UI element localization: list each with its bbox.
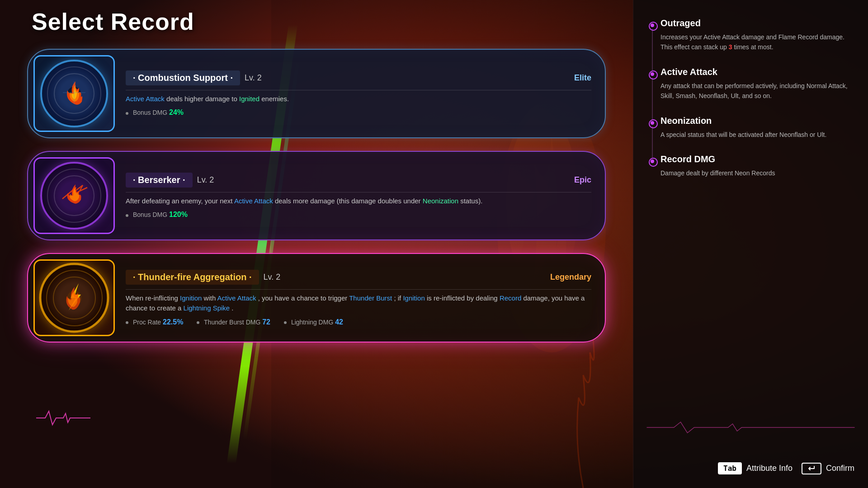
- card-desc-berserker: After defeating an enemy, your next Acti…: [126, 196, 591, 206]
- stat-thunder-burst-dmg: Thunder Burst DMG 72: [197, 318, 270, 326]
- stat-proc-rate: Proc Rate 22.5%: [126, 318, 183, 326]
- desc-thunder-4: ; if: [394, 294, 403, 302]
- divider-combustion: [126, 90, 591, 90]
- stat-value-lightning: 42: [335, 318, 343, 326]
- bottom-bar: Tab Attribute Info Confirm: [718, 462, 854, 474]
- attr-title-record: Record DMG: [660, 154, 854, 164]
- attr-desc-neonization: A special status that will be activated …: [660, 130, 854, 140]
- stat-dot-thunder: [197, 321, 199, 324]
- sidebar-heartbeat-container: [642, 418, 859, 438]
- attribute-active-attack: Active Attack Any attack that can be per…: [647, 67, 854, 101]
- attr-desc-outraged: Increases your Active Attack damage and …: [660, 32, 854, 52]
- card-content-combustion: · Combustion Support · Lv. 2 Elite Activ…: [126, 70, 591, 117]
- desc-berserker-3: status).: [460, 197, 482, 205]
- card-stats-combustion: Bonus DMG 24%: [126, 108, 591, 117]
- card-content-berserker: · Berserker · Lv. 2 Epic After defeating…: [126, 173, 591, 219]
- desc-text-1: deals higher damage to: [166, 95, 239, 103]
- card-icon-legendary: [33, 259, 115, 336]
- desc-active-attack-thunder: Active Attack: [217, 294, 256, 302]
- desc-thunder-1: When re-inflicting: [126, 294, 180, 302]
- attr-dot-record: [651, 160, 654, 163]
- card-level-berserker: Lv. 2: [197, 175, 214, 185]
- tab-attribute-label: Attribute Info: [746, 464, 793, 473]
- card-desc-thunder: When re-inflicting Ignition with Active …: [126, 293, 591, 314]
- stat-bonus-dmg-1: Bonus DMG 24%: [126, 108, 184, 117]
- card-name-combustion: · Combustion Support ·: [126, 70, 240, 85]
- card-header-combustion: · Combustion Support · Lv. 2 Elite: [126, 70, 591, 85]
- page-title: Select Record: [27, 0, 606, 35]
- attr-dot-outraged: [651, 23, 654, 27]
- desc-thunder-7: .: [231, 304, 233, 312]
- stat-bonus-dmg-2: Bonus DMG 120%: [126, 211, 188, 219]
- divider-berserker: [126, 192, 591, 192]
- desc-ignition-2: Ignition: [403, 294, 425, 302]
- card-tier-combustion: Elite: [574, 73, 591, 83]
- flame-icon-blue: [58, 77, 90, 110]
- stat-value-thunder: 72: [262, 318, 270, 326]
- desc-berserker-2: deals more damage (this damage doubles u…: [275, 197, 423, 205]
- desc-thunder-3: , you have a chance to trigger: [258, 294, 349, 302]
- desc-active-attack-berserker: Active Attack: [234, 197, 273, 205]
- desc-ignition-1: Ignition: [180, 294, 202, 302]
- card-name-berserker: · Berserker ·: [126, 173, 193, 188]
- card-stats-thunder: Proc Rate 22.5% Thunder Burst DMG 72 Lig…: [126, 318, 591, 326]
- divider-thunder: [126, 289, 591, 290]
- confirm-key-icon: [802, 463, 821, 474]
- stat-value-combustion: 24%: [169, 108, 184, 116]
- stat-dot-2: [126, 214, 128, 217]
- cards-container: · Combustion Support · Lv. 2 Elite Activ…: [27, 49, 606, 343]
- confirm-label: Confirm: [826, 464, 854, 473]
- attr-desc-record: Damage dealt by different Neon Records: [660, 168, 854, 178]
- attr-title-outraged: Outraged: [660, 18, 854, 28]
- attribute-outraged: Outraged Increases your Active Attack da…: [647, 18, 854, 52]
- desc-thunder-5: is re-inflicted by dealing: [427, 294, 500, 302]
- enter-icon: [807, 465, 816, 472]
- card-header-berserker: · Berserker · Lv. 2 Epic: [126, 173, 591, 188]
- stat-value-proc: 22.5%: [163, 318, 183, 326]
- desc-thunder-2: with: [204, 294, 217, 302]
- card-tier-berserker: Epic: [574, 175, 591, 185]
- attribute-record-dmg: Record DMG Damage dealt by different Neo…: [647, 154, 854, 178]
- card-level-thunder: Lv. 2: [264, 272, 281, 282]
- card-thunder-fire[interactable]: · Thunder-fire Aggregation · Lv. 2 Legen…: [27, 253, 606, 343]
- card-stats-berserker: Bonus DMG 120%: [126, 211, 591, 219]
- stat-dot-proc: [126, 321, 128, 324]
- stat-lightning-dmg: Lightning DMG 42: [284, 318, 343, 326]
- main-content: Select Record: [0, 0, 633, 488]
- card-level-combustion: Lv. 2: [245, 73, 262, 83]
- confirm-button[interactable]: Confirm: [802, 463, 854, 474]
- attr-dot-active: [651, 72, 654, 76]
- card-combustion-support[interactable]: · Combustion Support · Lv. 2 Elite Activ…: [27, 49, 606, 138]
- tab-attribute-info-button[interactable]: Tab Attribute Info: [718, 462, 793, 474]
- card-icon-purple: [33, 157, 115, 234]
- card-tier-thunder: Legendary: [550, 272, 591, 282]
- stat-dot-lightning: [284, 321, 287, 324]
- card-icon-blue: [33, 55, 115, 132]
- card-desc-combustion: Active Attack deals higher damage to Ign…: [126, 94, 591, 104]
- card-berserker[interactable]: · Berserker · Lv. 2 Epic After defeating…: [27, 151, 606, 240]
- desc-berserker-1: After defeating an enemy, your next: [126, 197, 234, 205]
- card-header-thunder: · Thunder-fire Aggregation · Lv. 2 Legen…: [126, 270, 591, 285]
- attr-title-active: Active Attack: [660, 67, 854, 77]
- desc-active-attack-1: Active Attack: [126, 95, 165, 103]
- flame-icon-legendary: [56, 279, 92, 317]
- card-name-thunder: · Thunder-fire Aggregation ·: [126, 270, 259, 285]
- attr-num-outraged: 3: [729, 43, 732, 51]
- card-content-thunder: · Thunder-fire Aggregation · Lv. 2 Legen…: [126, 270, 591, 326]
- desc-thunder-burst: Thunder Burst: [349, 294, 392, 302]
- stat-value-berserker: 120%: [169, 211, 188, 218]
- attr-desc-active: Any attack that can be performed activel…: [660, 81, 854, 101]
- desc-lightning-spike: Lightning Spike: [184, 304, 230, 312]
- attr-dot-neonization: [651, 121, 654, 125]
- stat-dot-1: [126, 112, 128, 115]
- desc-neonization-berserker: Neonization: [423, 197, 458, 205]
- sidebar-content: Outraged Increases your Active Attack da…: [633, 0, 868, 488]
- desc-text-2: enemies.: [261, 95, 289, 103]
- right-sidebar: Outraged Increases your Active Attack da…: [633, 0, 868, 488]
- attr-title-neonization: Neonization: [660, 116, 854, 126]
- desc-ignited-1: Ignited: [239, 95, 259, 103]
- tab-key-label: Tab: [718, 462, 742, 474]
- attribute-neonization: Neonization A special status that will b…: [647, 116, 854, 140]
- flame-icon-purple: [58, 178, 90, 213]
- desc-record-thunder: Record: [500, 294, 521, 302]
